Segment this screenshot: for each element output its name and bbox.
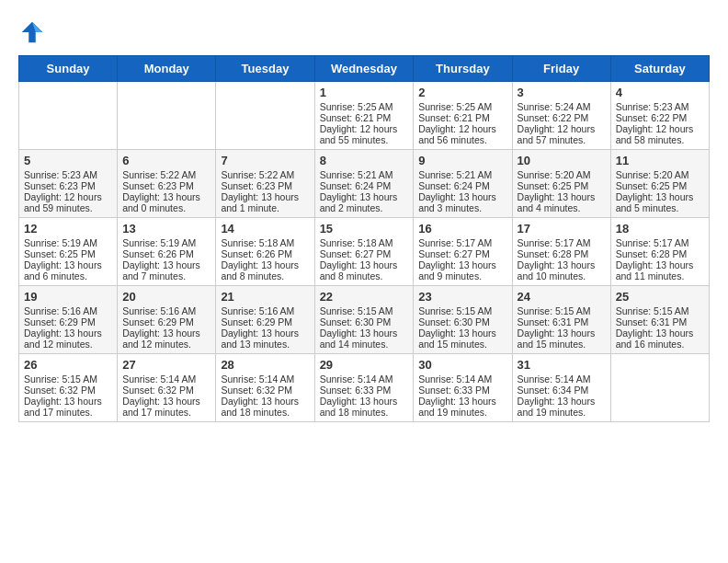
day-number: 27 <box>122 358 210 372</box>
calendar-week-row: 1Sunrise: 5:25 AMSunset: 6:21 PMDaylight… <box>19 82 710 150</box>
daylight-text: Daylight: 13 hours and 12 minutes. <box>24 327 112 350</box>
daylight-text: Daylight: 13 hours and 7 minutes. <box>122 259 210 282</box>
sunrise-text: Sunrise: 5:14 AM <box>221 373 309 385</box>
calendar-cell: 16Sunrise: 5:17 AMSunset: 6:27 PMDayligh… <box>414 218 512 286</box>
calendar-cell: 1Sunrise: 5:25 AMSunset: 6:21 PMDaylight… <box>314 82 414 150</box>
sunset-text: Sunset: 6:34 PM <box>518 385 606 396</box>
calendar-cell <box>216 82 314 150</box>
calendar-cell: 26Sunrise: 5:15 AMSunset: 6:32 PMDayligh… <box>19 354 118 422</box>
calendar-cell: 2Sunrise: 5:25 AMSunset: 6:21 PMDaylight… <box>414 82 512 150</box>
daylight-text: Daylight: 13 hours and 14 minutes. <box>320 327 409 350</box>
calendar-week-row: 5Sunrise: 5:23 AMSunset: 6:23 PMDaylight… <box>19 150 710 218</box>
calendar-cell: 7Sunrise: 5:22 AMSunset: 6:23 PMDaylight… <box>216 150 314 218</box>
calendar-cell: 24Sunrise: 5:15 AMSunset: 6:31 PMDayligh… <box>512 286 610 354</box>
sunset-text: Sunset: 6:23 PM <box>24 180 112 191</box>
sunrise-text: Sunrise: 5:20 AM <box>518 169 606 180</box>
day-number: 6 <box>122 154 210 167</box>
day-number: 1 <box>320 86 409 99</box>
page-header <box>18 18 710 46</box>
sunrise-text: Sunrise: 5:17 AM <box>518 237 606 248</box>
calendar-cell <box>19 82 118 150</box>
daylight-text: Daylight: 13 hours and 11 minutes. <box>616 259 704 282</box>
day-number: 23 <box>418 290 506 304</box>
calendar-cell: 22Sunrise: 5:15 AMSunset: 6:30 PMDayligh… <box>314 286 414 354</box>
sunset-text: Sunset: 6:29 PM <box>221 316 309 327</box>
daylight-text: Daylight: 12 hours and 59 minutes. <box>24 191 112 213</box>
day-number: 18 <box>616 222 704 236</box>
daylight-text: Daylight: 13 hours and 15 minutes. <box>418 327 506 350</box>
sunrise-text: Sunrise: 5:23 AM <box>24 169 112 180</box>
sunrise-text: Sunrise: 5:24 AM <box>518 101 606 112</box>
day-number: 29 <box>320 358 409 372</box>
daylight-text: Daylight: 13 hours and 15 minutes. <box>518 327 606 350</box>
day-of-week-header: Wednesday <box>314 56 414 82</box>
sunset-text: Sunset: 6:27 PM <box>320 248 409 259</box>
sunset-text: Sunset: 6:21 PM <box>320 112 409 123</box>
day-number: 13 <box>122 222 210 236</box>
calendar-cell: 14Sunrise: 5:18 AMSunset: 6:26 PMDayligh… <box>216 218 314 286</box>
sunrise-text: Sunrise: 5:14 AM <box>418 373 506 385</box>
sunrise-text: Sunrise: 5:17 AM <box>616 237 704 248</box>
day-number: 22 <box>320 290 409 304</box>
day-number: 20 <box>122 290 210 304</box>
sunrise-text: Sunrise: 5:22 AM <box>122 169 210 180</box>
logo <box>18 18 50 46</box>
daylight-text: Daylight: 13 hours and 19 minutes. <box>518 396 606 418</box>
day-of-week-header: Monday <box>118 56 216 82</box>
day-number: 11 <box>616 154 704 167</box>
calendar-cell: 23Sunrise: 5:15 AMSunset: 6:30 PMDayligh… <box>414 286 512 354</box>
sunset-text: Sunset: 6:24 PM <box>418 180 506 191</box>
sunset-text: Sunset: 6:29 PM <box>122 316 210 327</box>
calendar-week-row: 26Sunrise: 5:15 AMSunset: 6:32 PMDayligh… <box>19 354 710 422</box>
day-of-week-header: Tuesday <box>216 56 314 82</box>
day-number: 2 <box>418 86 506 99</box>
daylight-text: Daylight: 13 hours and 12 minutes. <box>122 327 210 350</box>
sunset-text: Sunset: 6:22 PM <box>518 112 606 123</box>
sunrise-text: Sunrise: 5:14 AM <box>320 373 409 385</box>
calendar-cell: 30Sunrise: 5:14 AMSunset: 6:33 PMDayligh… <box>414 354 512 422</box>
day-number: 30 <box>418 358 506 372</box>
calendar-cell: 8Sunrise: 5:21 AMSunset: 6:24 PMDaylight… <box>314 150 414 218</box>
day-number: 26 <box>24 358 112 372</box>
sunset-text: Sunset: 6:33 PM <box>418 385 506 396</box>
daylight-text: Daylight: 12 hours and 57 minutes. <box>518 123 606 145</box>
daylight-text: Daylight: 13 hours and 9 minutes. <box>418 259 506 282</box>
logo-icon <box>18 18 46 46</box>
calendar-cell: 13Sunrise: 5:19 AMSunset: 6:26 PMDayligh… <box>118 218 216 286</box>
daylight-text: Daylight: 13 hours and 17 minutes. <box>24 396 112 418</box>
sunset-text: Sunset: 6:32 PM <box>24 385 112 396</box>
sunset-text: Sunset: 6:24 PM <box>320 180 409 191</box>
calendar-cell: 12Sunrise: 5:19 AMSunset: 6:25 PMDayligh… <box>19 218 118 286</box>
sunset-text: Sunset: 6:32 PM <box>221 385 309 396</box>
sunrise-text: Sunrise: 5:19 AM <box>122 237 210 248</box>
sunrise-text: Sunrise: 5:14 AM <box>518 373 606 385</box>
sunrise-text: Sunrise: 5:21 AM <box>320 169 409 180</box>
calendar-header-row: SundayMondayTuesdayWednesdayThursdayFrid… <box>19 56 710 82</box>
day-number: 25 <box>616 290 704 304</box>
sunset-text: Sunset: 6:29 PM <box>24 316 112 327</box>
daylight-text: Daylight: 13 hours and 13 minutes. <box>221 327 309 350</box>
sunset-text: Sunset: 6:27 PM <box>418 248 506 259</box>
calendar-week-row: 19Sunrise: 5:16 AMSunset: 6:29 PMDayligh… <box>19 286 710 354</box>
sunrise-text: Sunrise: 5:20 AM <box>616 169 704 180</box>
sunrise-text: Sunrise: 5:16 AM <box>221 305 309 316</box>
daylight-text: Daylight: 13 hours and 16 minutes. <box>616 327 704 350</box>
sunrise-text: Sunrise: 5:19 AM <box>24 237 112 248</box>
day-number: 24 <box>518 290 606 304</box>
calendar-cell: 27Sunrise: 5:14 AMSunset: 6:32 PMDayligh… <box>118 354 216 422</box>
sunrise-text: Sunrise: 5:25 AM <box>320 101 409 112</box>
sunset-text: Sunset: 6:30 PM <box>320 316 409 327</box>
sunrise-text: Sunrise: 5:15 AM <box>24 373 112 385</box>
daylight-text: Daylight: 13 hours and 8 minutes. <box>221 259 309 282</box>
day-number: 28 <box>221 358 309 372</box>
daylight-text: Daylight: 13 hours and 10 minutes. <box>518 259 606 282</box>
sunrise-text: Sunrise: 5:14 AM <box>122 373 210 385</box>
sunset-text: Sunset: 6:28 PM <box>518 248 606 259</box>
sunrise-text: Sunrise: 5:16 AM <box>122 305 210 316</box>
daylight-text: Daylight: 13 hours and 19 minutes. <box>418 396 506 418</box>
daylight-text: Daylight: 13 hours and 0 minutes. <box>122 191 210 213</box>
sunset-text: Sunset: 6:22 PM <box>616 112 704 123</box>
calendar-cell: 11Sunrise: 5:20 AMSunset: 6:25 PMDayligh… <box>610 150 709 218</box>
sunrise-text: Sunrise: 5:21 AM <box>418 169 506 180</box>
daylight-text: Daylight: 13 hours and 4 minutes. <box>518 191 606 213</box>
